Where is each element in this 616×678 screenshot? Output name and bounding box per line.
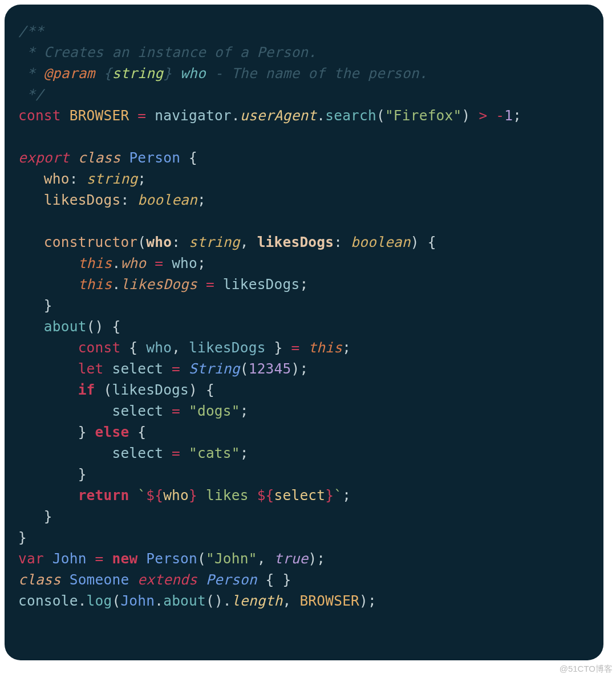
code-line: this.who = who; [18,255,206,271]
code-line: constructor(who: string, likesDogs: bool… [18,234,436,250]
code-editor-panel: /** * Creates an instance of a Person. *… [5,5,603,660]
code-line: console.log(John.about().length, BROWSER… [18,592,376,609]
code-line: about() { [18,318,120,335]
code-line: } [18,529,27,546]
comment-line: */ [18,86,44,103]
code-line: who: string; [18,170,146,187]
code-line: } else { [18,424,146,440]
code-line: let select = String(12345); [18,360,308,377]
code-line: } [18,297,52,314]
watermark-text: @51CTO博客 [560,664,613,675]
code-line: } [18,508,52,525]
code-line: class Someone extends Person { } [18,571,291,588]
code-line: const { who, likesDogs } = this; [18,339,351,356]
comment-line: /** [18,23,44,39]
comment-line: * Creates an instance of a Person. [18,44,317,60]
code-line: var John = new Person("John", true); [18,550,325,567]
code-line: return `${who} likes ${select}`; [18,487,351,504]
code-block: /** * Creates an instance of a Person. *… [18,21,590,611]
code-line: export class Person { [18,149,197,166]
code-line: select = "cats"; [18,445,249,461]
code-line: const BROWSER = navigator.userAgent.sear… [18,107,521,124]
code-line: if (likesDogs) { [18,381,214,398]
code-line: select = "dogs"; [18,403,249,419]
code-line: likesDogs: boolean; [18,192,206,208]
code-line: this.likesDogs = likesDogs; [18,276,308,293]
comment-line: * @param {string} who - The name of the … [18,65,428,82]
code-line: } [18,466,87,482]
